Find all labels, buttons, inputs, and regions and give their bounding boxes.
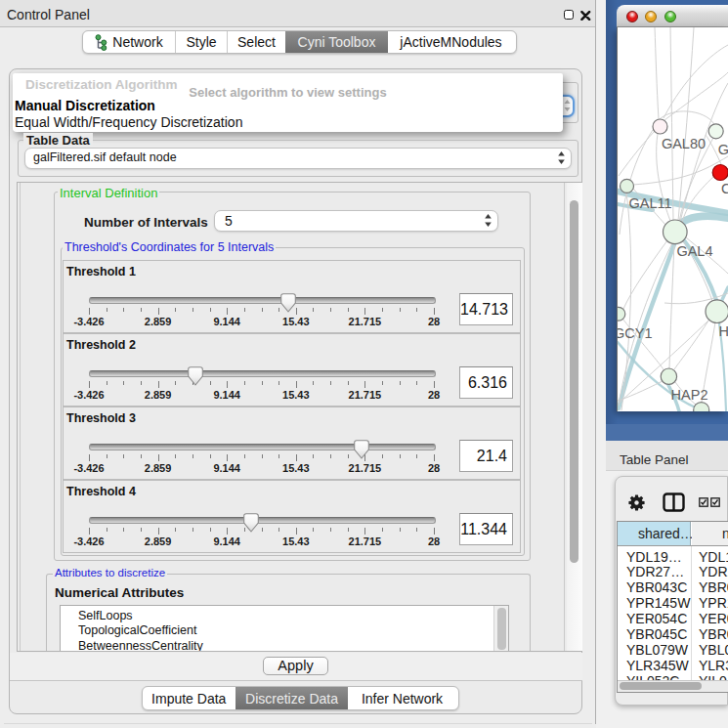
svg-text:HAP2: HAP2 [671, 387, 708, 403]
svg-text:GAL80: GAL80 [662, 136, 706, 151]
svg-text:GCY1: GCY1 [618, 325, 653, 341]
svg-text:HA: HA [719, 323, 728, 339]
svg-text:GA: GA [718, 142, 728, 157]
svg-text:GAL4: GAL4 [676, 243, 712, 259]
svg-text:GAL11: GAL11 [629, 195, 672, 211]
svg-text:CD: CD [721, 181, 728, 196]
